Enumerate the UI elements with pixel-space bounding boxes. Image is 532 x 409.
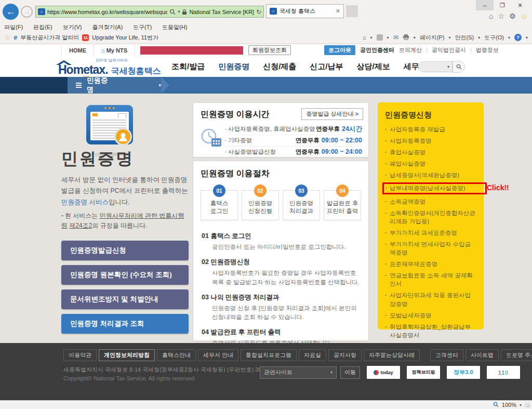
gov-banner-gov30[interactable]: 정부3.0: [447, 366, 480, 379]
my-nts-link[interactable]: ⌂ My NTS: [94, 44, 135, 56]
back-button[interactable]: ←: [3, 4, 19, 20]
refresh-icon[interactable]: ↻: [256, 8, 261, 16]
cert-menu-item-highlighted[interactable]: 납부내역증명(납세사실증명) Click!!: [382, 182, 487, 194]
new-tab-button[interactable]: [346, 5, 358, 17]
feedback-smiley-icon[interactable]: ☺: [521, 12, 528, 20]
forgery-prevention-button[interactable]: 문서위변조방지 및 처벌안내: [61, 289, 189, 309]
address-bar[interactable]: ⌂ https://www.hometax.go.kr/websquare/we…: [35, 6, 264, 18]
settings-gear-icon[interactable]: ⚙: [509, 12, 516, 20]
favorites-star-icon[interactable]: ☆: [4, 33, 11, 42]
command-tools[interactable]: 도구(O): [484, 34, 504, 42]
footer-link[interactable]: 자료실: [299, 349, 326, 361]
forward-button[interactable]: →: [21, 6, 33, 18]
law-info-link[interactable]: 법령정보: [476, 46, 499, 54]
rss-icon[interactable]: [377, 34, 383, 41]
cert-menu-item[interactable]: 부가가치세 면세사업자 수입금액증명: [385, 240, 476, 257]
caret-icon[interactable]: ▾: [478, 35, 480, 40]
home-page-icon[interactable]: ⌂: [363, 34, 366, 41]
menu-view[interactable]: 보기(V): [63, 23, 82, 31]
footer-link[interactable]: 홈택스안내: [157, 349, 196, 361]
cert-menu-item[interactable]: 사업자등록증 재발급: [385, 125, 476, 134]
cert-menu-item[interactable]: 취업후학자금상환_상환금납부사실증명서: [385, 323, 476, 339]
cert-menu-item[interactable]: 소득금액증명: [385, 197, 476, 206]
go-button[interactable]: 이동: [340, 366, 360, 379]
cert-menu-item[interactable]: 표준재무제표증명: [385, 260, 476, 268]
zoom-caret-icon[interactable]: ▾: [520, 403, 522, 407]
footer-link[interactable]: 자주묻는상담사례: [364, 349, 420, 361]
footer-link[interactable]: 도로명 주소안내: [501, 349, 532, 361]
cert-menu-item[interactable]: 부가가치세 과세표준증명: [385, 229, 476, 237]
member-info-button[interactable]: 회원정보조회: [248, 45, 291, 55]
footer-link[interactable]: 사이트맵: [466, 349, 499, 361]
result-inquiry-button[interactable]: 민원증명 처리결과 조회: [61, 314, 189, 334]
tab-close-icon[interactable]: ✕: [336, 8, 340, 15]
zoom-level[interactable]: 100%: [502, 402, 516, 408]
breadcrumb-menu[interactable]: 민원증명 ▾: [68, 77, 161, 94]
footer-link[interactable]: 공지사항: [328, 349, 362, 361]
footer-link[interactable]: 통합설치프로그램: [241, 349, 297, 361]
cert-menu-item[interactable]: 휴업사실증명: [385, 148, 476, 156]
menu-favorites[interactable]: 즐겨찾기(A): [92, 23, 123, 31]
cert-menu-item[interactable]: 사업자단위과세 적용 종된사업장증명: [385, 291, 476, 308]
search-dropdown-icon[interactable]: ▾: [447, 64, 449, 69]
favorite-link-2[interactable]: Upgrade Your Life, 11번가: [92, 34, 158, 42]
command-safety[interactable]: 안전(S): [455, 34, 474, 42]
gov-banner-today[interactable]: today: [367, 366, 400, 379]
cert-menu-item[interactable]: 납세증명서(국세완납증명): [385, 171, 476, 179]
caret-icon[interactable]: ▾: [370, 35, 373, 40]
cert-menu-item[interactable]: 연금보험료등 소득·세액 공제확인서: [385, 271, 476, 288]
search-input[interactable]: ▾: [418, 61, 453, 72]
cert-menu-item[interactable]: 모범납세자증명: [385, 311, 476, 320]
footer-link[interactable]: 이용약관: [63, 349, 97, 361]
public-corp-link[interactable]: 공익법인공시: [432, 46, 466, 54]
caret-icon[interactable]: ▾: [414, 35, 416, 40]
nav-inquiry-issue[interactable]: 조회/발급: [171, 62, 205, 72]
search-button[interactable]: [453, 61, 465, 73]
cert-center-link[interactable]: 공인인증센터: [360, 46, 394, 54]
nav-consult-report[interactable]: 상담/제보: [357, 62, 390, 72]
resize-grip[interactable]: [525, 402, 530, 407]
search-icon[interactable]: [169, 9, 176, 15]
restore-button[interactable]: ❐: [494, 0, 511, 10]
footer-link[interactable]: 세무서 안내: [198, 349, 238, 361]
browser-tab[interactable]: ⌂ 국세청 홈택스 ✕: [266, 4, 344, 18]
issue-apply-button[interactable]: 민원증명발급신청: [61, 241, 189, 260]
gov-banner-briefing[interactable]: 정책브리핑: [407, 366, 440, 379]
favorites-icon[interactable]: ☆: [498, 12, 505, 20]
print-icon[interactable]: [403, 34, 409, 41]
logout-button[interactable]: 로그아웃: [324, 45, 355, 55]
original-check-button[interactable]: 민원증명 원본확인 (수요처 조회): [61, 265, 189, 285]
mock-calc-link[interactable]: 모의계산: [399, 46, 422, 54]
caret-icon[interactable]: ▾: [448, 35, 450, 40]
url-text[interactable]: https://www.hometax.go.kr/websquare/webs…: [47, 9, 167, 15]
cert-menu-item[interactable]: 소득확인증명서(개인종합자산관리계좌 가입용): [385, 209, 476, 226]
close-button[interactable]: ✕: [511, 0, 529, 10]
help-icon[interactable]: ?: [514, 34, 522, 41]
footer-link[interactable]: 고객센터: [430, 349, 463, 361]
nav-apply-submit[interactable]: 신청/제출: [263, 62, 296, 72]
home-link[interactable]: HOME: [61, 44, 94, 56]
menu-file[interactable]: 파일(F): [4, 23, 23, 31]
caret-icon[interactable]: ▾: [508, 35, 510, 40]
menu-help[interactable]: 도움말(H): [162, 23, 187, 31]
command-page[interactable]: 페이지(P): [420, 34, 445, 42]
favorite-link-1[interactable]: 부동산공시가격 알리미: [20, 34, 79, 42]
footer-link-privacy[interactable]: 개인정보처리방침: [99, 349, 155, 361]
home-icon[interactable]: ⌂: [489, 12, 493, 20]
detail-guide-button[interactable]: 증명발급 상세안내 >: [301, 108, 363, 120]
minimize-button[interactable]: –: [476, 0, 494, 10]
gov-banner-110[interactable]: 110: [487, 366, 520, 379]
cert-menu-item[interactable]: 폐업사실증명: [385, 160, 476, 168]
security-label[interactable]: National Tax Service [KR]: [189, 9, 254, 15]
caret-icon[interactable]: ▾: [526, 35, 528, 40]
menu-edit[interactable]: 편집(E): [33, 23, 52, 31]
menu-tools[interactable]: 도구(T): [133, 23, 152, 31]
related-sites-select[interactable]: 관련사이트 ▾: [260, 366, 337, 379]
cert-menu-item[interactable]: 사업자등록증명: [385, 137, 476, 145]
mail-icon[interactable]: ✉: [393, 34, 398, 41]
nav-civil-cert[interactable]: 민원증명: [218, 62, 249, 72]
hometax-logo[interactable]: 인터넷 납세서비스 Hometax. 국세청홈택스: [58, 58, 178, 77]
address-dropdown-icon[interactable]: ▾: [178, 9, 180, 14]
caret-icon[interactable]: ▾: [387, 35, 389, 40]
nav-report-pay[interactable]: 신고/납부: [310, 62, 343, 72]
